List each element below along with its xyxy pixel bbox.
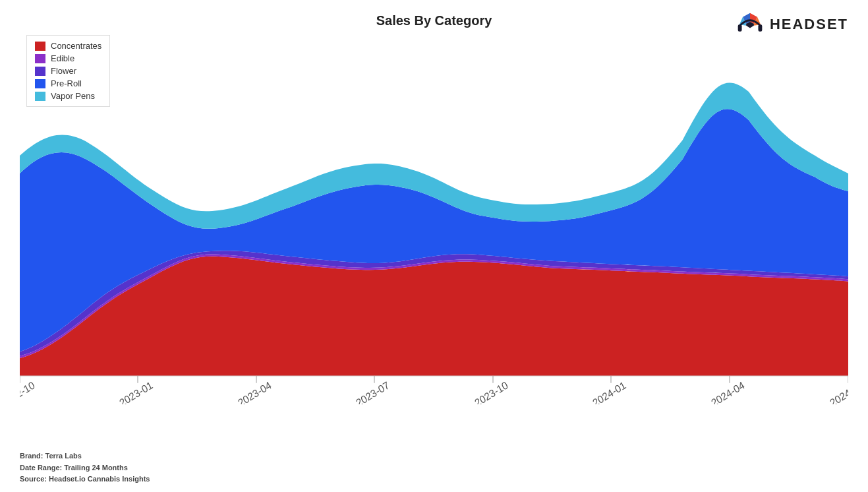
legend-label-edible: Edible — [51, 53, 74, 63]
page-container: HEADSET Sales By Category Concentrates E… — [0, 0, 868, 492]
logo-text: HEADSET — [770, 16, 848, 33]
flower-swatch — [35, 67, 45, 76]
legend-item-flower: Flower — [35, 66, 101, 76]
edible-swatch — [35, 54, 45, 63]
source-label: Source: — [20, 475, 47, 483]
chart-title: Sales By Category — [20, 13, 848, 28]
area-chart-svg: 2022-10 2023-01 2023-04 2023-07 2023-10 … — [20, 35, 848, 404]
footer-brand: Brand: Terra Labs — [20, 450, 150, 462]
svg-text:2024-01: 2024-01 — [591, 379, 627, 404]
legend-item-preroll: Pre-Roll — [35, 78, 101, 88]
svg-text:2023-07: 2023-07 — [354, 379, 391, 404]
chart-area: Concentrates Edible Flower Pre-Roll Vapo… — [20, 35, 848, 404]
concentrates-swatch — [35, 42, 45, 51]
svg-text:2024-07: 2024-07 — [828, 379, 848, 404]
svg-text:2022-10: 2022-10 — [20, 379, 37, 404]
date-value: Trailing 24 Months — [64, 464, 128, 472]
chart-footer: Brand: Terra Labs Date Range: Trailing 2… — [20, 450, 150, 485]
legend-label-concentrates: Concentrates — [51, 41, 101, 51]
svg-text:2024-04: 2024-04 — [709, 379, 746, 404]
brand-label: Brand: — [20, 452, 43, 460]
preroll-swatch — [35, 79, 45, 88]
legend-item-vaporpens: Vapor Pens — [35, 91, 101, 101]
legend-label-flower: Flower — [51, 66, 76, 76]
chart-legend: Concentrates Edible Flower Pre-Roll Vapo… — [26, 35, 110, 107]
footer-daterange: Date Range: Trailing 24 Months — [20, 462, 150, 474]
svg-text:2023-10: 2023-10 — [473, 379, 509, 404]
footer-source: Source: Headset.io Cannabis Insights — [20, 474, 150, 485]
brand-value: Terra Labs — [45, 452, 82, 460]
legend-item-edible: Edible — [35, 53, 101, 63]
svg-text:2023-01: 2023-01 — [117, 379, 154, 404]
svg-text:2023-04: 2023-04 — [236, 379, 273, 404]
svg-rect-1 — [738, 24, 742, 31]
legend-label-vaporpens: Vapor Pens — [51, 91, 95, 101]
svg-rect-2 — [758, 24, 762, 31]
source-value: Headset.io Cannabis Insights — [49, 475, 150, 483]
legend-label-preroll: Pre-Roll — [51, 78, 82, 88]
legend-item-concentrates: Concentrates — [35, 41, 101, 51]
date-label: Date Range: — [20, 464, 62, 472]
vaporpens-swatch — [35, 92, 45, 101]
